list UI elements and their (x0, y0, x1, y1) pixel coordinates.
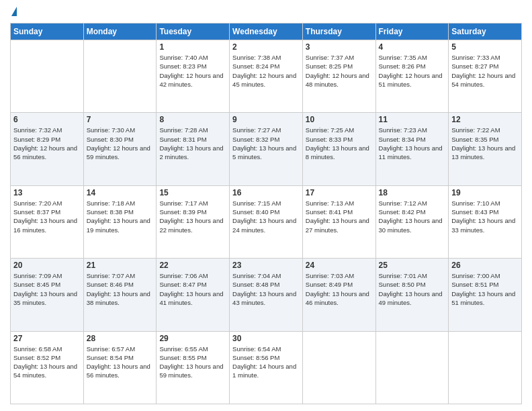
page: SundayMondayTuesdayWednesdayThursdayFrid… (0, 0, 532, 411)
day-info: Sunrise: 7:32 AMSunset: 8:29 PMDaylight:… (13, 126, 81, 161)
calendar-header-row: SundayMondayTuesdayWednesdayThursdayFrid… (11, 24, 522, 40)
day-info: Sunrise: 6:55 AMSunset: 8:55 PMDaylight:… (159, 345, 226, 380)
day-info: Sunrise: 7:03 AMSunset: 8:49 PMDaylight:… (306, 271, 373, 307)
calendar-day-header: Saturday (449, 24, 522, 40)
day-number: 15 (159, 188, 226, 197)
calendar-cell: 19Sunrise: 7:10 AMSunset: 8:43 PMDayligh… (449, 185, 522, 258)
day-number: 10 (306, 115, 373, 124)
calendar-cell: 3Sunrise: 7:37 AMSunset: 8:25 PMDaylight… (302, 40, 375, 113)
day-number: 27 (13, 334, 81, 343)
calendar-cell: 26Sunrise: 7:00 AMSunset: 8:51 PMDayligh… (449, 259, 522, 331)
calendar-day-header: Wednesday (230, 24, 303, 40)
calendar-cell: 11Sunrise: 7:23 AMSunset: 8:34 PMDayligh… (375, 113, 449, 185)
calendar-cell: 13Sunrise: 7:20 AMSunset: 8:37 PMDayligh… (11, 185, 84, 258)
calendar-table: SundayMondayTuesdayWednesdayThursdayFrid… (10, 23, 522, 404)
day-info: Sunrise: 7:30 AMSunset: 8:30 PMDaylight:… (87, 126, 154, 161)
calendar-day-header: Tuesday (157, 24, 230, 40)
calendar-cell: 21Sunrise: 7:07 AMSunset: 8:46 PMDayligh… (83, 259, 157, 331)
calendar-day-header: Thursday (302, 24, 375, 40)
day-number: 19 (451, 188, 519, 197)
logo-triangle-icon (11, 7, 17, 16)
calendar-week-row: 13Sunrise: 7:20 AMSunset: 8:37 PMDayligh… (11, 185, 522, 258)
calendar-cell: 20Sunrise: 7:09 AMSunset: 8:45 PMDayligh… (11, 259, 84, 331)
calendar-cell: 25Sunrise: 7:01 AMSunset: 8:50 PMDayligh… (375, 259, 449, 331)
day-number: 1 (159, 42, 226, 52)
day-number: 16 (232, 188, 300, 197)
calendar-cell: 9Sunrise: 7:27 AMSunset: 8:32 PMDaylight… (230, 113, 303, 185)
day-number: 4 (379, 42, 446, 52)
day-number: 28 (87, 334, 154, 343)
calendar-cell: 7Sunrise: 7:30 AMSunset: 8:30 PMDaylight… (83, 113, 157, 185)
day-info: Sunrise: 7:15 AMSunset: 8:40 PMDaylight:… (232, 199, 300, 234)
calendar-cell: 28Sunrise: 6:57 AMSunset: 8:54 PMDayligh… (83, 331, 157, 404)
calendar-cell: 24Sunrise: 7:03 AMSunset: 8:49 PMDayligh… (302, 259, 375, 331)
day-number: 24 (306, 261, 373, 270)
day-info: Sunrise: 7:09 AMSunset: 8:45 PMDaylight:… (13, 271, 81, 307)
day-info: Sunrise: 6:57 AMSunset: 8:54 PMDaylight:… (87, 345, 154, 380)
day-info: Sunrise: 7:22 AMSunset: 8:35 PMDaylight:… (451, 126, 519, 161)
calendar-week-row: 20Sunrise: 7:09 AMSunset: 8:45 PMDayligh… (11, 259, 522, 331)
calendar-cell: 10Sunrise: 7:25 AMSunset: 8:33 PMDayligh… (302, 113, 375, 185)
day-info: Sunrise: 7:12 AMSunset: 8:42 PMDaylight:… (379, 199, 446, 234)
day-number: 25 (379, 261, 446, 270)
day-info: Sunrise: 7:28 AMSunset: 8:31 PMDaylight:… (159, 126, 226, 161)
day-info: Sunrise: 7:40 AMSunset: 8:23 PMDaylight:… (159, 53, 226, 89)
calendar-cell: 15Sunrise: 7:17 AMSunset: 8:39 PMDayligh… (157, 185, 230, 258)
day-info: Sunrise: 7:17 AMSunset: 8:39 PMDaylight:… (159, 199, 226, 234)
logo (10, 7, 17, 17)
calendar-cell: 5Sunrise: 7:33 AMSunset: 8:27 PMDaylight… (449, 40, 522, 113)
calendar-cell: 2Sunrise: 7:38 AMSunset: 8:24 PMDaylight… (230, 40, 303, 113)
calendar-cell: 27Sunrise: 6:58 AMSunset: 8:52 PMDayligh… (11, 331, 84, 404)
day-info: Sunrise: 7:33 AMSunset: 8:27 PMDaylight:… (451, 53, 519, 89)
calendar-cell: 30Sunrise: 6:54 AMSunset: 8:56 PMDayligh… (230, 331, 303, 404)
calendar-cell: 1Sunrise: 7:40 AMSunset: 8:23 PMDaylight… (157, 40, 230, 113)
calendar-cell: 12Sunrise: 7:22 AMSunset: 8:35 PMDayligh… (449, 113, 522, 185)
day-number: 6 (13, 115, 81, 124)
day-number: 5 (451, 42, 519, 52)
calendar-week-row: 1Sunrise: 7:40 AMSunset: 8:23 PMDaylight… (11, 40, 522, 113)
day-info: Sunrise: 6:54 AMSunset: 8:56 PMDaylight:… (232, 345, 300, 380)
calendar-week-row: 6Sunrise: 7:32 AMSunset: 8:29 PMDaylight… (11, 113, 522, 185)
day-info: Sunrise: 7:20 AMSunset: 8:37 PMDaylight:… (13, 199, 81, 234)
calendar-day-header: Sunday (11, 24, 84, 40)
day-info: Sunrise: 7:04 AMSunset: 8:48 PMDaylight:… (232, 271, 300, 307)
calendar-cell (83, 40, 157, 113)
day-info: Sunrise: 7:18 AMSunset: 8:38 PMDaylight:… (87, 199, 154, 234)
day-number: 20 (13, 261, 81, 270)
calendar-cell: 23Sunrise: 7:04 AMSunset: 8:48 PMDayligh… (230, 259, 303, 331)
day-number: 8 (159, 115, 226, 124)
logo-text (10, 7, 17, 17)
day-info: Sunrise: 7:37 AMSunset: 8:25 PMDaylight:… (306, 53, 373, 89)
day-info: Sunrise: 7:10 AMSunset: 8:43 PMDaylight:… (451, 199, 519, 234)
day-info: Sunrise: 7:13 AMSunset: 8:41 PMDaylight:… (306, 199, 373, 234)
day-number: 29 (159, 334, 226, 343)
day-number: 30 (232, 334, 300, 343)
day-number: 7 (87, 115, 154, 124)
calendar-cell: 6Sunrise: 7:32 AMSunset: 8:29 PMDaylight… (11, 113, 84, 185)
calendar-cell (302, 331, 375, 404)
day-info: Sunrise: 7:27 AMSunset: 8:32 PMDaylight:… (232, 126, 300, 161)
day-number: 23 (232, 261, 300, 270)
day-number: 14 (87, 188, 154, 197)
day-info: Sunrise: 7:38 AMSunset: 8:24 PMDaylight:… (232, 53, 300, 89)
day-number: 2 (232, 42, 300, 52)
header (10, 7, 522, 17)
calendar-cell: 14Sunrise: 7:18 AMSunset: 8:38 PMDayligh… (83, 185, 157, 258)
calendar-cell (11, 40, 84, 113)
calendar-week-row: 27Sunrise: 6:58 AMSunset: 8:52 PMDayligh… (11, 331, 522, 404)
day-number: 3 (306, 42, 373, 52)
day-number: 22 (159, 261, 226, 270)
day-number: 13 (13, 188, 81, 197)
day-number: 26 (451, 261, 519, 270)
day-number: 21 (87, 261, 154, 270)
calendar-cell: 16Sunrise: 7:15 AMSunset: 8:40 PMDayligh… (230, 185, 303, 258)
day-number: 17 (306, 188, 373, 197)
calendar-cell: 8Sunrise: 7:28 AMSunset: 8:31 PMDaylight… (157, 113, 230, 185)
day-number: 9 (232, 115, 300, 124)
day-info: Sunrise: 6:58 AMSunset: 8:52 PMDaylight:… (13, 345, 81, 380)
day-info: Sunrise: 7:23 AMSunset: 8:34 PMDaylight:… (379, 126, 446, 161)
calendar-day-header: Monday (83, 24, 157, 40)
day-number: 18 (379, 188, 446, 197)
day-info: Sunrise: 7:06 AMSunset: 8:47 PMDaylight:… (159, 271, 226, 307)
day-info: Sunrise: 7:35 AMSunset: 8:26 PMDaylight:… (379, 53, 446, 89)
